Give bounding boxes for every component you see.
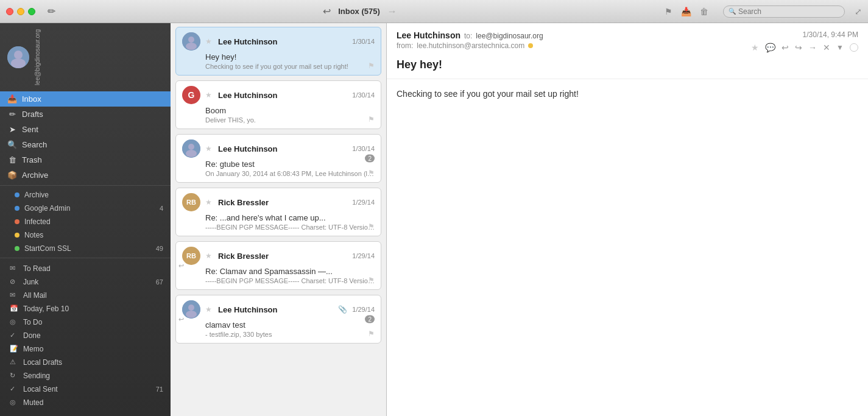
smart-item-local-sent[interactable]: ✓ Local Sent 71 xyxy=(0,383,171,396)
all-mail-icon: ✉ xyxy=(10,291,18,299)
archive-dot xyxy=(15,192,19,197)
smart-item-to-do[interactable]: ◎ To Do xyxy=(0,316,171,329)
detail-close-icon[interactable]: ✕ xyxy=(823,43,830,52)
flag-icon[interactable]: ⚑ xyxy=(665,7,672,16)
detail-comment-icon[interactable]: 💬 xyxy=(765,43,775,52)
message-item-3[interactable]: ★ Lee Hutchinson 1/30/14 Re: gtube test … xyxy=(175,134,381,183)
global-search-bar[interactable]: 🔍 xyxy=(723,5,845,18)
reply-arrow-6: ↩ xyxy=(178,316,184,323)
msg-date-6: 1/29/14 xyxy=(352,306,375,313)
msg-header-1: ★ Lee Hutchinson 1/30/14 xyxy=(182,32,375,51)
to-do-icon: ◎ xyxy=(10,318,18,326)
detail-reply-all-icon[interactable]: ↪ xyxy=(795,43,802,52)
msg-snippet-6: - testfile.zip, 330 bytes xyxy=(205,331,375,338)
detail-reply-icon[interactable]: ↩ xyxy=(782,43,789,52)
search-input[interactable] xyxy=(738,7,839,16)
msg-snippet-3: On January 30, 2014 at 6:08:43 PM, Lee H… xyxy=(205,170,375,177)
msg-header-5: RB ★ Rick Bressler 1/29/14 xyxy=(182,247,375,265)
sidebar-divider-2 xyxy=(0,258,171,258)
msg-snippet-1: Checking to see if you got your mail set… xyxy=(205,63,375,70)
smart-item-to-read[interactable]: ✉ To Read xyxy=(0,262,171,275)
label-item-archive[interactable]: Archive xyxy=(0,188,171,202)
detail-subject: Hey hey! xyxy=(397,58,858,71)
search-sidebar-icon: 🔍 xyxy=(7,140,17,149)
account-email: lee@bigdinosaur.org xyxy=(34,29,41,85)
label-item-notes[interactable]: Notes xyxy=(0,228,171,242)
app-body: lee@bigdinosaur.org 📥 Inbox ✏ Drafts ➤ S… xyxy=(0,23,868,416)
avatar xyxy=(7,46,29,68)
sidebar-item-sent[interactable]: ➤ Sent xyxy=(0,122,171,137)
sent-icon: ➤ xyxy=(7,125,17,134)
traffic-lights xyxy=(6,8,35,15)
sending-icon: ↻ xyxy=(10,372,18,379)
msg-header-2: G ★ Lee Hutchinson 1/30/14 xyxy=(182,86,375,104)
detail-forward-icon[interactable]: → xyxy=(808,43,817,52)
msg-avatar-3 xyxy=(182,139,200,158)
message-item-6[interactable]: ↩ ★ Lee Hutchinson 📎 1/29/14 clamav test… xyxy=(175,295,381,344)
search-icon: 🔍 xyxy=(729,8,736,15)
label-item-google-admin[interactable]: Google Admin 4 xyxy=(0,202,171,215)
msg-date-3: 1/30/14 xyxy=(352,145,375,152)
smart-item-muted[interactable]: ◎ Muted xyxy=(0,396,171,409)
forward-nav-icon[interactable]: → xyxy=(387,6,397,17)
smart-item-sending[interactable]: ↻ Sending xyxy=(0,369,171,383)
msg-subject-1: Hey hey! xyxy=(205,52,375,62)
msg-star-1: ★ xyxy=(205,37,212,46)
message-item-5[interactable]: ↩ RB ★ Rick Bressler 1/29/14 Re: Clamav … xyxy=(175,241,381,290)
msg-star-6: ★ xyxy=(205,305,212,314)
smart-item-memo[interactable]: 📝 Memo xyxy=(0,342,171,356)
detail-status-indicator xyxy=(850,43,858,52)
detail-from-row: Lee Hutchinson to: lee@bigdinosaur.org xyxy=(397,30,751,40)
detail-more-icon[interactable]: ▼ xyxy=(836,43,844,52)
archive-icon[interactable]: 📥 xyxy=(681,7,691,16)
titlebar: ✏ ↩ Inbox (575) → ⚑ 📥 🗑 🔍 ⤢ xyxy=(0,0,868,23)
detail-from-label: from: xyxy=(397,41,413,50)
sidebar-item-search[interactable]: 🔍 Search xyxy=(0,137,171,152)
detail-to-address: lee@bigdinosaur.org xyxy=(476,32,543,40)
maximize-button[interactable] xyxy=(28,8,35,15)
detail-body-text: Checking to see if you got your mail set… xyxy=(397,89,858,99)
trash-icon: 🗑 xyxy=(7,155,17,164)
sidebar-item-drafts[interactable]: ✏ Drafts xyxy=(0,107,171,122)
muted-icon: ◎ xyxy=(10,398,18,406)
svg-point-1 xyxy=(14,51,23,59)
compose-icon[interactable]: ✏ xyxy=(48,5,55,17)
sidebar-item-inbox[interactable]: 📥 Inbox xyxy=(0,91,171,107)
svg-point-4 xyxy=(188,37,194,43)
smart-item-all-mail[interactable]: ✉ All Mail xyxy=(0,289,171,302)
resize-icon[interactable]: ⤢ xyxy=(855,7,862,16)
labels-group: Archive Google Admin 4 Infected Notes xyxy=(0,188,171,255)
msg-flag-2: ⚑ xyxy=(368,115,375,124)
junk-icon: ⊘ xyxy=(10,278,18,286)
reply-arrow-5: ↩ xyxy=(178,262,184,270)
close-button[interactable] xyxy=(6,8,13,15)
smart-item-done[interactable]: ✓ Done xyxy=(0,329,171,342)
msg-count-badge-3: 2 xyxy=(365,155,375,163)
sidebar-divider-1 xyxy=(0,185,171,186)
label-item-infected[interactable]: Infected xyxy=(0,215,171,228)
detail-star-icon[interactable]: ★ xyxy=(751,43,759,52)
smart-item-local-drafts[interactable]: ⚠ Local Drafts xyxy=(0,356,171,369)
message-detail: Lee Hutchinson to: lee@bigdinosaur.org f… xyxy=(387,23,868,416)
sidebar-item-archive[interactable]: 📦 Archive xyxy=(0,167,171,183)
msg-sender-4: Rick Bressler xyxy=(218,198,347,207)
smart-item-junk[interactable]: ⊘ Junk 67 xyxy=(0,275,171,289)
msg-star-4: ★ xyxy=(205,198,212,206)
message-item-4[interactable]: RB ★ Rick Bressler 1/29/14 Re: ...and he… xyxy=(175,188,381,236)
delete-icon[interactable]: 🗑 xyxy=(700,7,708,16)
sidebar-item-trash[interactable]: 🗑 Trash xyxy=(0,152,171,167)
svg-point-5 xyxy=(186,43,197,50)
msg-avatar-2: G xyxy=(182,86,200,104)
minimize-button[interactable] xyxy=(17,8,24,15)
svg-point-10 xyxy=(188,305,194,311)
smart-item-today[interactable]: 📅 Today, Feb 10 xyxy=(0,302,171,316)
label-item-startcom[interactable]: StartCom SSL 49 xyxy=(0,242,171,255)
message-item-2[interactable]: G ★ Lee Hutchinson 1/30/14 Boom Deliver … xyxy=(175,80,381,129)
msg-subject-4: Re: ...and here's what I came up... xyxy=(205,213,375,222)
msg-flag-6: ⚑ xyxy=(368,330,375,338)
msg-header-6: ★ Lee Hutchinson 📎 1/29/14 xyxy=(182,300,375,319)
back-icon[interactable]: ↩ xyxy=(323,5,331,17)
msg-date-2: 1/30/14 xyxy=(352,91,375,99)
msg-sender-5: Rick Bressler xyxy=(218,252,347,261)
message-item-1[interactable]: ★ Lee Hutchinson 1/30/14 Hey hey! Checki… xyxy=(175,27,381,76)
